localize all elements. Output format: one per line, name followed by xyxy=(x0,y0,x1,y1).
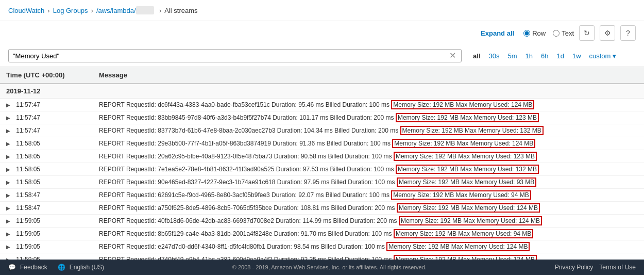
memory-highlight: Memory Size: 192 MB Max Memory Used: 132… xyxy=(400,126,544,135)
expand-arrow[interactable]: ▶ xyxy=(6,102,12,108)
table-row[interactable]: ▶ 11:59:05 REPORT RequestId: 8b65f129-ca… xyxy=(0,228,644,240)
message-cell: REPORT RequestId: 40fb18d6-06de-42db-ac8… xyxy=(93,215,644,228)
search-input[interactable] xyxy=(13,52,448,60)
expand-arrow[interactable]: ▶ xyxy=(6,154,12,159)
memory-highlight: Memory Size: 192 MB Max Memory Used: 124… xyxy=(386,242,530,251)
time-filter-6h[interactable]: 6h xyxy=(538,50,551,62)
time-cell: ▶ 11:59:05 xyxy=(0,215,93,228)
table-row[interactable]: ▶ 11:58:47 REPORT RequestId: a750f625-8d… xyxy=(0,202,644,215)
time-cell: ▶ 11:57:47 xyxy=(0,99,93,111)
message-cell: REPORT RequestId: 62691c5e-f9cd-4965-8e8… xyxy=(93,189,644,202)
date-group-row: 2019-11-12 xyxy=(0,84,644,99)
time-cell: ▶ 11:58:05 xyxy=(0,137,93,150)
view-mode-toggle: Row Text xyxy=(523,29,574,37)
table-row[interactable]: ▶ 11:58:05 REPORT RequestId: 29e3b500-77… xyxy=(0,137,644,150)
time-filter-all[interactable]: all xyxy=(470,50,483,62)
breadcrumb: CloudWatch › Log Groups › /aws/lambda/ ›… xyxy=(0,0,644,21)
text-option[interactable]: Text xyxy=(553,29,574,37)
breadcrumb-sep-1: › xyxy=(47,7,49,14)
expand-arrow[interactable]: ▶ xyxy=(6,205,12,211)
table-row[interactable]: ▶ 11:57:47 REPORT RequestId: 83773b7d-61… xyxy=(0,124,644,137)
clear-search-button[interactable]: ✕ xyxy=(448,52,457,60)
time-filter-custom[interactable]: custom ▾ xyxy=(586,50,620,62)
log-table: Time (UTC +00:00) Message 2019-11-12 ▶ 1… xyxy=(0,67,644,275)
message-cell: REPORT RequestId: a750f625-8de5-4896-8cb… xyxy=(93,202,644,215)
privacy-policy-link[interactable]: Privacy Policy xyxy=(555,264,594,271)
expand-arrow[interactable]: ▶ xyxy=(6,167,12,172)
expand-arrow[interactable]: ▶ xyxy=(6,192,12,198)
time-filter-5m[interactable]: 5m xyxy=(504,50,520,62)
feedback-link[interactable]: Feedback xyxy=(20,264,47,271)
time-cell: ▶ 11:59:05 xyxy=(0,240,93,253)
expand-arrow[interactable]: ▶ xyxy=(6,141,12,147)
time-cell: ▶ 11:57:47 xyxy=(0,111,93,124)
toolbar: Expand all Row Text ↻ ⚙ ? xyxy=(0,21,644,45)
breadcrumb-cloudwatch[interactable]: CloudWatch xyxy=(8,7,44,14)
time-cell: ▶ 11:58:05 xyxy=(0,150,93,163)
message-cell: REPORT RequestId: 29e3b500-77f7-4b1f-a05… xyxy=(93,137,644,150)
table-row[interactable]: ▶ 11:57:47 REPORT RequestId: dc6f443a-43… xyxy=(0,99,644,111)
time-cell: ▶ 11:58:47 xyxy=(0,202,93,215)
search-wrapper: ✕ xyxy=(8,49,462,62)
message-cell: REPORT RequestId: 20a62c95-bfbe-40a8-912… xyxy=(93,150,644,163)
expand-arrow[interactable]: ▶ xyxy=(6,218,12,224)
time-filter-30s[interactable]: 30s xyxy=(485,50,502,62)
breadcrumb-lambda-id xyxy=(136,6,154,14)
message-cell: REPORT RequestId: e247d7d0-dd6f-4340-8ff… xyxy=(93,240,644,253)
col-header-time: Time (UTC +00:00) xyxy=(0,67,93,84)
expand-arrow[interactable]: ▶ xyxy=(6,180,12,185)
table-row[interactable]: ▶ 11:58:05 REPORT RequestId: 7e1ea5e2-78… xyxy=(0,163,644,176)
memory-highlight: Memory Size: 192 MB Max Memory Used: 94 … xyxy=(394,229,533,238)
expand-arrow[interactable]: ▶ xyxy=(6,115,12,121)
refresh-button[interactable]: ↻ xyxy=(579,25,595,41)
message-cell: REPORT RequestId: 83773b7d-61b6-47e8-8ba… xyxy=(93,124,644,137)
table-row[interactable]: ▶ 11:58:05 REPORT RequestId: 20a62c95-bf… xyxy=(0,150,644,163)
message-cell: REPORT RequestId: 83bb9845-97d8-40f6-a3d… xyxy=(93,111,644,124)
row-label: Row xyxy=(532,29,546,37)
breadcrumb-log-groups[interactable]: Log Groups xyxy=(53,7,88,14)
expand-all-button[interactable]: Expand all xyxy=(477,27,518,39)
table-row[interactable]: ▶ 11:59:05 REPORT RequestId: 40fb18d6-06… xyxy=(0,215,644,228)
table-row[interactable]: ▶ 11:58:47 REPORT RequestId: 62691c5e-f9… xyxy=(0,189,644,202)
date-group-cell: 2019-11-12 xyxy=(0,84,644,99)
expand-arrow[interactable]: ▶ xyxy=(6,128,12,134)
expand-arrow[interactable]: ▶ xyxy=(6,244,12,250)
footer-right: Privacy Policy Terms of Use xyxy=(555,264,636,271)
row-option[interactable]: Row xyxy=(523,29,546,37)
footer: 💬 Feedback 🌐 English (US) © 2008 - 2019,… xyxy=(0,260,644,275)
settings-button[interactable]: ⚙ xyxy=(600,25,615,41)
time-filter-1d[interactable]: 1d xyxy=(553,50,567,62)
memory-highlight: Memory Size: 192 MB Max Memory Used: 123… xyxy=(394,152,537,161)
memory-highlight: Memory Size: 192 MB Max Memory Used: 124… xyxy=(392,139,535,148)
memory-highlight: Memory Size: 192 MB Max Memory Used: 124… xyxy=(399,216,542,225)
message-cell: REPORT RequestId: 90e465ed-8327-4227-9ec… xyxy=(93,176,644,189)
message-cell: REPORT RequestId: 8b65f129-ca4e-4ba3-81d… xyxy=(93,228,644,240)
footer-left: 💬 Feedback 🌐 English (US) xyxy=(8,264,104,271)
terms-of-use-link[interactable]: Terms of Use xyxy=(599,264,636,271)
globe-icon: 🌐 xyxy=(58,264,65,271)
text-radio[interactable] xyxy=(553,30,560,37)
time-cell: ▶ 11:58:05 xyxy=(0,163,93,176)
search-bar: ✕ all 30s 5m 1h 6h 1d 1w custom ▾ xyxy=(0,45,644,67)
time-cell: ▶ 11:57:47 xyxy=(0,124,93,137)
help-button[interactable]: ? xyxy=(620,25,636,41)
memory-highlight: Memory Size: 192 MB Max Memory Used: 124… xyxy=(391,100,534,109)
message-cell: REPORT RequestId: 7e1ea5e2-78e8-4b81-863… xyxy=(93,163,644,176)
memory-highlight: Memory Size: 192 MB Max Memory Used: 132… xyxy=(396,165,539,174)
memory-highlight: Memory Size: 192 MB Max Memory Used: 124… xyxy=(397,203,540,213)
language-link[interactable]: English (US) xyxy=(70,264,104,271)
row-radio[interactable] xyxy=(523,30,530,37)
time-filter-1w[interactable]: 1w xyxy=(569,50,584,62)
time-filter-group: all 30s 5m 1h 6h 1d 1w custom ▾ xyxy=(470,50,619,62)
footer-copyright: © 2008 - 2019, Amazon Web Services, Inc.… xyxy=(232,264,427,270)
breadcrumb-lambda-path[interactable]: /aws/lambda/ xyxy=(96,7,136,14)
breadcrumb-all-streams: All streams xyxy=(164,7,197,14)
expand-arrow[interactable]: ▶ xyxy=(6,231,12,237)
time-cell: ▶ 11:59:05 xyxy=(0,228,93,240)
table-row[interactable]: ▶ 11:59:05 REPORT RequestId: e247d7d0-dd… xyxy=(0,240,644,253)
time-cell: ▶ 11:58:47 xyxy=(0,189,93,202)
table-row[interactable]: ▶ 11:57:47 REPORT RequestId: 83bb9845-97… xyxy=(0,111,644,124)
time-filter-1h[interactable]: 1h xyxy=(522,50,536,62)
col-header-message: Message xyxy=(93,67,644,84)
table-row[interactable]: ▶ 11:58:05 REPORT RequestId: 90e465ed-83… xyxy=(0,176,644,189)
